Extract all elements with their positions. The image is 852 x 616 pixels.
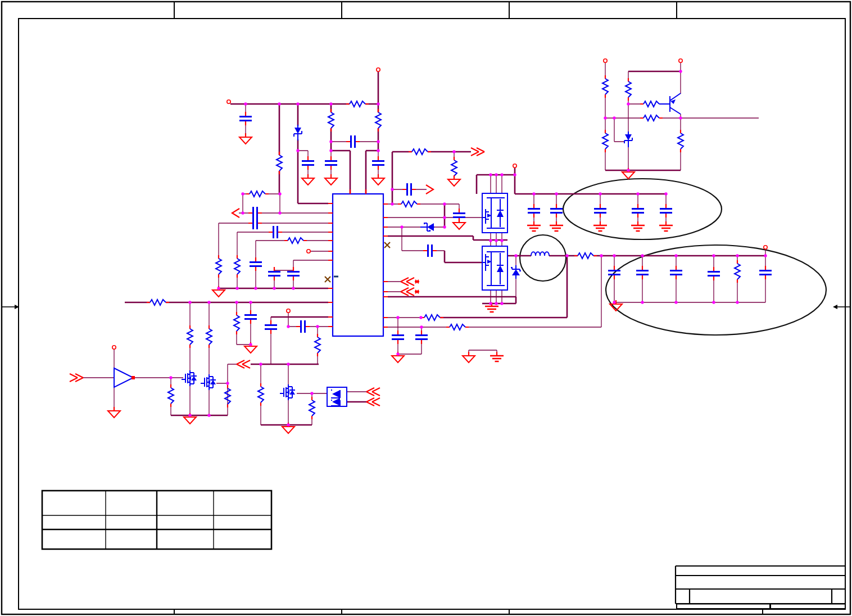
junction-dot bbox=[736, 254, 738, 257]
junction-dot bbox=[764, 254, 767, 257]
resistor bbox=[421, 315, 443, 320]
ground-symbol bbox=[302, 174, 314, 185]
dual-mosfet-pack bbox=[327, 387, 347, 406]
inner-border bbox=[19, 19, 845, 609]
junction-dot bbox=[452, 150, 455, 153]
resistor bbox=[375, 109, 381, 132]
junction-dot bbox=[495, 239, 497, 242]
junction-dot bbox=[169, 376, 172, 379]
capacitor bbox=[302, 156, 314, 170]
junction-dot bbox=[278, 192, 281, 195]
junction-dot bbox=[420, 325, 423, 328]
junction-dot bbox=[565, 254, 568, 257]
junction-dot bbox=[400, 225, 403, 228]
junction-dot bbox=[627, 169, 629, 171]
earth-ground-symbol bbox=[659, 221, 673, 231]
highlight-marks bbox=[520, 179, 826, 335]
junction-dot bbox=[226, 382, 229, 384]
capacitor bbox=[392, 330, 404, 344]
capacitor bbox=[632, 204, 644, 218]
power-port bbox=[112, 346, 116, 349]
junction-dot bbox=[278, 102, 280, 105]
junction-dot bbox=[443, 216, 446, 219]
capacitor bbox=[402, 183, 416, 196]
capacitor bbox=[287, 267, 300, 280]
junction-dot bbox=[235, 301, 238, 304]
junction-dot bbox=[613, 116, 615, 119]
junction-dot bbox=[259, 363, 262, 365]
junction-dot bbox=[532, 192, 535, 195]
junction-dot bbox=[287, 423, 289, 426]
junction-dot bbox=[207, 301, 210, 304]
junction-dot bbox=[273, 287, 275, 289]
junction-dot bbox=[329, 102, 332, 105]
ground-symbol bbox=[239, 133, 252, 144]
bjt-transistor bbox=[659, 93, 681, 114]
connector-star bbox=[415, 290, 419, 293]
earth-ground-symbol bbox=[490, 352, 504, 361]
capacitor bbox=[239, 112, 252, 125]
revision-table bbox=[42, 491, 271, 549]
resistor bbox=[234, 312, 239, 334]
wire-segments-thin bbox=[83, 63, 765, 425]
junction-dot bbox=[500, 302, 503, 305]
title-block bbox=[676, 566, 845, 609]
junction-dot bbox=[235, 287, 238, 289]
main-controller-ic bbox=[333, 194, 383, 336]
junction-dot bbox=[443, 202, 446, 205]
junction-dot bbox=[613, 254, 615, 257]
resistor bbox=[574, 253, 597, 259]
power-port bbox=[377, 68, 380, 71]
resistor bbox=[640, 115, 663, 121]
junction-dot bbox=[489, 239, 492, 242]
junction-dot bbox=[600, 254, 602, 257]
junction-dot bbox=[674, 254, 677, 257]
power-port bbox=[604, 59, 607, 62]
no-connect-x bbox=[325, 277, 330, 282]
power-mosfet-low-side bbox=[482, 246, 507, 290]
capacitor bbox=[415, 330, 428, 344]
junction-dot bbox=[555, 192, 558, 195]
junction-dot bbox=[287, 363, 289, 365]
junction-dot bbox=[292, 287, 294, 289]
resistor bbox=[284, 238, 307, 243]
resistor bbox=[309, 397, 315, 419]
resistor bbox=[398, 201, 420, 207]
schematic-sheet bbox=[0, 0, 852, 616]
junction-dot bbox=[329, 140, 332, 143]
capacitor bbox=[244, 310, 257, 324]
capacitor bbox=[248, 207, 262, 219]
capacitor bbox=[550, 204, 563, 218]
capacitor bbox=[296, 320, 310, 333]
junction-dot bbox=[599, 192, 601, 195]
schematic bbox=[70, 59, 826, 433]
resistor bbox=[602, 130, 608, 152]
junction-dot bbox=[287, 325, 289, 328]
junction-dot bbox=[636, 192, 639, 195]
sheet-frame bbox=[2, 2, 850, 614]
resistor bbox=[346, 101, 369, 107]
resistor bbox=[206, 325, 212, 348]
capacitor bbox=[708, 267, 720, 280]
junction-dot bbox=[500, 173, 503, 176]
junction-dot bbox=[489, 302, 492, 305]
mosfet bbox=[182, 370, 197, 386]
highlight-ellipse-output-cap-bank bbox=[606, 245, 826, 335]
opamp-buffer bbox=[114, 368, 135, 387]
junction-dot bbox=[641, 254, 643, 257]
junction-dot bbox=[674, 301, 677, 304]
resistor bbox=[602, 75, 608, 98]
capacitor bbox=[594, 204, 606, 218]
junction-dot bbox=[188, 301, 191, 304]
junction-dot bbox=[296, 102, 299, 105]
junction-dot bbox=[443, 225, 446, 228]
resistor bbox=[678, 130, 683, 152]
schematic-canvas bbox=[0, 0, 852, 616]
offpage-connector-right bbox=[471, 148, 484, 156]
junction-dot bbox=[217, 287, 220, 289]
capacitor bbox=[250, 257, 262, 271]
open-arrow-left bbox=[232, 209, 239, 218]
mosfet bbox=[201, 374, 216, 390]
opamp-output-dot bbox=[132, 376, 135, 379]
open-arrow-right bbox=[426, 185, 433, 194]
